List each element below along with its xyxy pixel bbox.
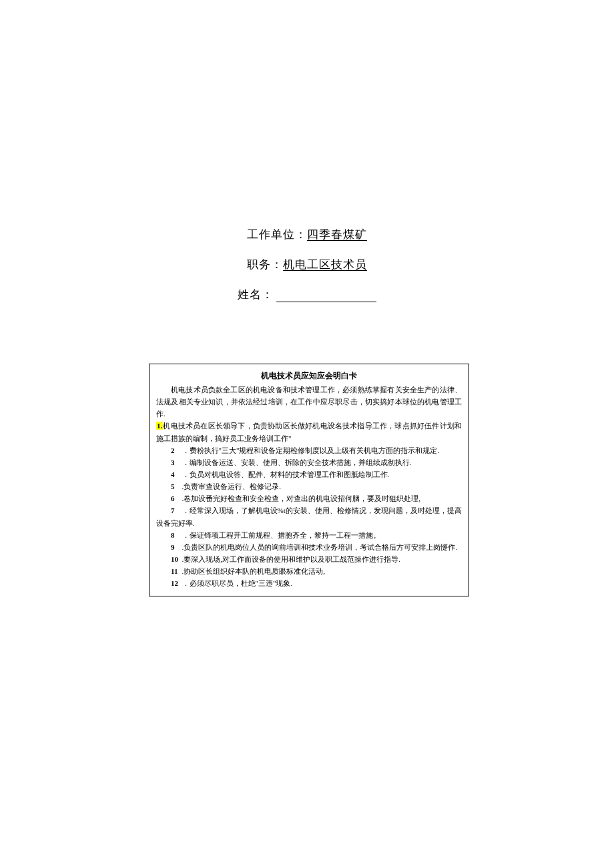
position-label: 职务： <box>247 258 283 271</box>
item-num: 7 <box>171 504 182 516</box>
name-blank-line <box>276 302 376 302</box>
card-item-2: 2．费粉执行"三大"规程和设备定期检修制度以及上级有关机电方面的指示和规定. <box>156 444 462 456</box>
work-unit-value: 四季春煤矿 <box>307 228 367 241</box>
card-intro: 机电技术员负款全工区的机电设备和技术管理工作，必须熟练掌握有关安全生产的法律、法… <box>156 384 462 420</box>
item-num: 6 <box>171 492 182 504</box>
name-label: 姓名： <box>238 288 274 301</box>
item-num: 9 <box>171 541 182 553</box>
item-num: 3 <box>171 456 182 468</box>
card-item-7: 7．经常深入现场，了解机电设%t的安装、使用、检修情况，发现问题，及时处理，提高 <box>156 504 462 516</box>
card-box: 机电技术员应知应会明白卡 机电技术员负款全工区的机电设备和技术管理工作，必须熟练… <box>149 364 469 596</box>
item-num: 8 <box>171 529 182 541</box>
card-item-11: 11.协助区长组织好本队的机电质眼标准化活动, <box>156 565 462 577</box>
work-unit-line: 工作单位：四季春煤矿 <box>247 227 367 242</box>
header-section: 工作单位：四季春煤矿 职务：机电工区技术员 姓名： <box>0 227 614 317</box>
position-line: 职务：机电工区技术员 <box>247 257 367 272</box>
item-num: 12 <box>171 577 182 589</box>
card-item-1: 1.机电技术员在区长领导下，负贵协助区长做好机电设名技术指导工作，球点抓好伍件计… <box>156 420 462 444</box>
item-text: ．负员对机电设答、配件、材料的技术管理工作和图胝绘制工作. <box>182 470 390 478</box>
item-num: 11 <box>171 565 182 577</box>
card-title: 机电技术员应知应会明白卡 <box>156 370 462 382</box>
item-text: .负责审查设备运行、检修记录. <box>182 482 282 490</box>
card-item-5: 5.负责审查设备运行、检修记录. <box>156 480 462 492</box>
position-value: 机电工区技术员 <box>283 258 367 271</box>
item-text: .卷加设番完好检查和安全检查，对查出的机电设招何胭，要及时狙织处理, <box>182 494 421 502</box>
card-item-9: 9.负贵区队的机电岗位人员的询前培训和技术业务培训，考试合格后方可安排上岗憷作. <box>156 541 462 553</box>
item-text: ．编制设备运送、安装、使用、拆除的安全技术措施，并组续成彻执行. <box>182 458 412 466</box>
item-num: 10 <box>171 553 182 565</box>
card-item-4: 4．负员对机电设答、配件、材料的技术管理工作和图胝绘制工作. <box>156 468 462 480</box>
item-text: .负贵区队的机电岗位人员的询前培训和技术业务培训，考试合格后方可安排上岗憷作. <box>182 543 458 551</box>
card-item-7-cont: 设备完好率. <box>156 517 462 529</box>
item-text: ．必须尽职尽员，杜绝"三违"现象. <box>182 579 293 587</box>
item-1-text: 机电技术员在区长领导下，负贵协助区长做好机电设名技术指导工作，球点抓好伍件计划和… <box>156 422 462 442</box>
card-item-3: 3．编制设备运送、安装、使用、拆除的安全技术措施，并组续成彻执行. <box>156 456 462 468</box>
work-unit-label: 工作单位： <box>247 228 307 241</box>
item-1-marker: 1. <box>156 422 163 430</box>
item-text: ．保证铎项工程开工前规程、措胞齐全，黎持一工程一措施。 <box>182 531 380 539</box>
item-text: .协助区长组织好本队的机电质眼标准化活动, <box>182 567 326 575</box>
card-item-8: 8．保证铎项工程开工前规程、措胞齐全，黎持一工程一措施。 <box>156 529 462 541</box>
item-num: 4 <box>171 468 182 480</box>
card-item-6: 6.卷加设番完好检查和安全检查，对查出的机电设招何胭，要及时狙织处理, <box>156 492 462 504</box>
item-num: 2 <box>171 444 182 456</box>
card-item-10: 10.要深入现场,对工作面设备的使用和维护以及职工战范操作进行指导. <box>156 553 462 565</box>
card-item-12: 12．必须尽职尽员，杜绝"三违"现象. <box>156 577 462 589</box>
name-line: 姓名： <box>238 287 376 302</box>
item-text: .要深入现场,对工作面设备的使用和维护以及职工战范操作进行指导. <box>182 555 400 563</box>
item-num: 5 <box>171 480 182 492</box>
item-text: ．费粉执行"三大"规程和设备定期检修制度以及上级有关机电方面的指示和规定. <box>182 446 440 454</box>
item-text: ．经常深入现场，了解机电设%t的安装、使用、检修情况，发现问题，及时处理，提高 <box>182 506 462 514</box>
